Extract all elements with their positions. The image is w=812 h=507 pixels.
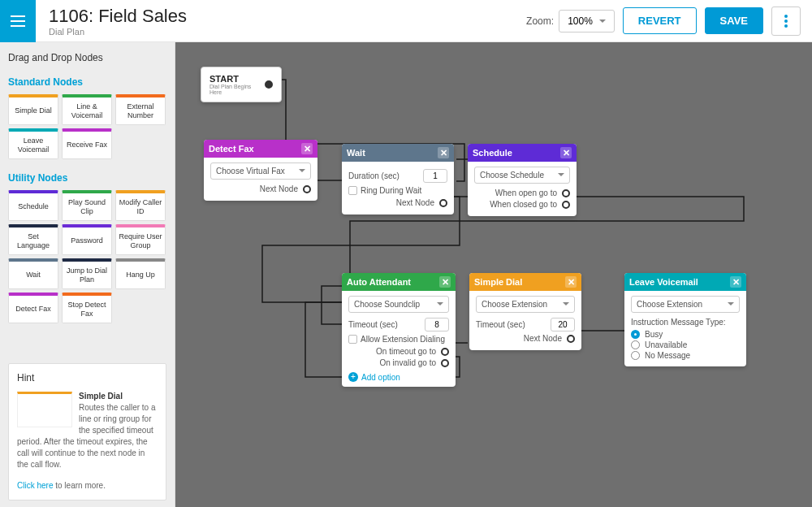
- on-timeout-label: On timeout go to: [376, 347, 436, 356]
- palette-node[interactable]: Detect Fax: [8, 292, 58, 323]
- close-icon[interactable]: ✕: [730, 276, 741, 288]
- zoom-select[interactable]: 100%: [559, 10, 615, 32]
- schedule-select[interactable]: Choose Schedule: [474, 167, 570, 184]
- palette-node[interactable]: Password: [62, 224, 112, 255]
- palette-node[interactable]: Leave Voicemail: [8, 128, 58, 159]
- node-simple-dial[interactable]: Simple Dial✕ Choose Extension Timeout (s…: [469, 273, 581, 350]
- palette-node[interactable]: Wait: [8, 258, 58, 289]
- palette-node[interactable]: Play Sound Clip: [62, 190, 112, 221]
- palette-node[interactable]: Line & Voicemail: [62, 94, 112, 125]
- select-value: Choose Extension: [482, 300, 547, 309]
- port-icon[interactable]: [441, 359, 449, 367]
- chevron-down-icon: [726, 300, 734, 309]
- palette-node[interactable]: Hang Up: [115, 258, 166, 289]
- node-title: Auto Attendant: [347, 277, 411, 287]
- next-node-label: Next Node: [396, 198, 434, 207]
- duration-input[interactable]: [423, 169, 447, 183]
- palette-node[interactable]: External Number: [115, 94, 166, 125]
- virtual-fax-select[interactable]: Choose Virtual Fax: [210, 162, 311, 180]
- timeout-input[interactable]: [425, 318, 449, 332]
- dialplan-canvas[interactable]: START Dial Plan Begins Here Detect Fax✕ …: [175, 42, 812, 507]
- title-area: 1106: Field Sales Dial Plan: [36, 2, 200, 40]
- port-icon[interactable]: [441, 348, 449, 356]
- page-title: 1106: Field Sales: [49, 6, 187, 27]
- start-subtitle: Dial Plan Begins Here: [209, 84, 265, 95]
- radio-no-message[interactable]: [631, 351, 640, 360]
- hint-learn-more-link[interactable]: Click here: [17, 481, 53, 490]
- radio-busy[interactable]: [631, 330, 640, 339]
- select-value: Choose Soundclip: [354, 300, 420, 309]
- select-value: Choose Virtual Fax: [216, 167, 285, 176]
- svg-point-2: [784, 24, 788, 28]
- node-title: Wait: [347, 148, 365, 158]
- radio-unavailable[interactable]: [631, 340, 640, 349]
- menu-button[interactable]: [0, 0, 36, 42]
- soundclip-select[interactable]: Choose Soundclip: [348, 296, 449, 313]
- svg-point-0: [784, 15, 788, 18]
- ring-label: Ring During Wait: [361, 186, 421, 195]
- radio-unavailable-label: Unavailable: [645, 340, 687, 349]
- timeout-input[interactable]: [551, 318, 575, 332]
- more-actions-button[interactable]: [771, 6, 801, 36]
- port-icon[interactable]: [439, 199, 447, 207]
- palette-node[interactable]: Simple Dial: [8, 94, 58, 125]
- zoom-label: Zoom:: [526, 15, 554, 27]
- palette-node[interactable]: Modify Caller ID: [115, 190, 166, 221]
- palette-node[interactable]: Require User Group: [115, 224, 166, 255]
- sidebar-heading: Drag and Drop Nodes: [8, 52, 166, 63]
- node-detect-fax[interactable]: Detect Fax✕ Choose Virtual Fax Next Node: [204, 140, 317, 201]
- start-title: START: [209, 74, 265, 84]
- palette-node[interactable]: Jump to Dial Plan: [62, 258, 112, 289]
- allow-ext-dialing-checkbox[interactable]: [348, 335, 357, 344]
- select-value: Choose Extension: [637, 300, 702, 309]
- body: Drag and Drop Nodes Standard Nodes Simpl…: [0, 42, 812, 507]
- node-leave-voicemail[interactable]: Leave Voicemail✕ Choose Extension Instru…: [624, 273, 746, 366]
- palette-node[interactable]: Set Language: [8, 224, 58, 255]
- palette-node[interactable]: Receive Fax: [62, 128, 112, 159]
- add-option-label: Add option: [361, 373, 400, 382]
- node-auto-attendant[interactable]: Auto Attendant✕ Choose Soundclip Timeout…: [342, 273, 456, 387]
- close-icon[interactable]: ✕: [560, 147, 572, 158]
- zoom-value: 100%: [568, 15, 593, 27]
- radio-busy-label: Busy: [645, 330, 663, 339]
- port-icon[interactable]: [303, 185, 311, 193]
- allow-ext-label: Allow Extension Dialing: [361, 335, 445, 344]
- node-title: Detect Fax: [209, 144, 254, 154]
- close-icon[interactable]: ✕: [439, 276, 451, 288]
- svg-point-1: [784, 20, 788, 23]
- palette-node[interactable]: Schedule: [8, 190, 58, 221]
- palette-node[interactable]: Stop Detect Fax: [62, 292, 112, 323]
- chevron-down-icon: [297, 167, 305, 176]
- instruction-msg-label: Instruction Message Type:: [631, 318, 740, 327]
- standard-nodes-palette: Simple DialLine & VoicemailExternal Numb…: [8, 94, 166, 159]
- port-icon[interactable]: [562, 201, 570, 209]
- select-value: Choose Schedule: [480, 171, 544, 180]
- extension-select[interactable]: Choose Extension: [476, 296, 575, 313]
- ring-during-wait-checkbox[interactable]: [348, 186, 357, 195]
- save-button[interactable]: SAVE: [705, 7, 763, 34]
- when-open-label: When open go to: [495, 188, 557, 197]
- add-option-button[interactable]: +Add option: [348, 372, 449, 382]
- hint-learn-more-rest: to learn more.: [53, 481, 105, 490]
- page-subtitle: Dial Plan: [49, 27, 187, 37]
- app-header: 1106: Field Sales Dial Plan Zoom: 100% R…: [0, 0, 812, 42]
- close-icon[interactable]: ✕: [301, 143, 313, 154]
- hint-heading: Hint: [17, 372, 158, 384]
- utility-nodes-heading: Utility Nodes: [8, 172, 166, 184]
- port-icon[interactable]: [567, 335, 575, 343]
- revert-button[interactable]: REVERT: [623, 7, 697, 34]
- node-start[interactable]: START Dial Plan Begins Here: [201, 67, 282, 102]
- node-schedule[interactable]: Schedule✕ Choose Schedule When open go t…: [468, 144, 577, 216]
- chevron-down-icon: [598, 15, 606, 27]
- sidebar: Drag and Drop Nodes Standard Nodes Simpl…: [0, 42, 175, 507]
- port-icon[interactable]: [562, 189, 570, 197]
- close-icon[interactable]: ✕: [438, 147, 449, 158]
- node-title: Simple Dial: [474, 277, 522, 287]
- port-icon[interactable]: [265, 80, 273, 89]
- node-wait[interactable]: Wait✕ Duration (sec) Ring During Wait Ne…: [342, 144, 454, 214]
- next-node-label: Next Node: [524, 334, 562, 343]
- timeout-label: Timeout (sec): [476, 320, 525, 329]
- vm-extension-select[interactable]: Choose Extension: [631, 296, 740, 313]
- close-icon[interactable]: ✕: [565, 276, 577, 288]
- radio-no-message-label: No Message: [645, 351, 690, 360]
